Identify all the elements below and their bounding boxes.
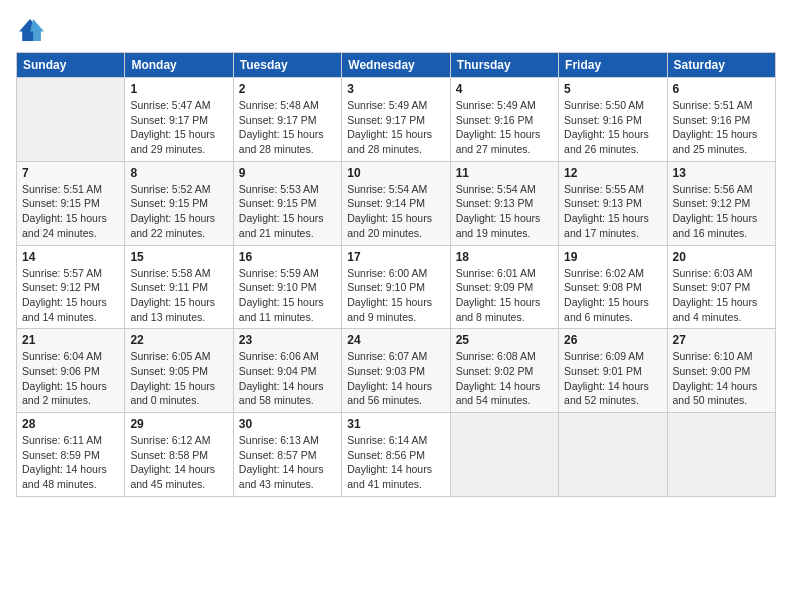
day-info: Sunrise: 5:49 AMSunset: 9:17 PMDaylight:… <box>347 99 432 155</box>
day-info: Sunrise: 5:59 AMSunset: 9:10 PMDaylight:… <box>239 267 324 323</box>
calendar-cell: 31 Sunrise: 6:14 AMSunset: 8:56 PMDaylig… <box>342 413 450 497</box>
header-day: Monday <box>125 53 233 78</box>
calendar-cell <box>450 413 558 497</box>
day-number: 19 <box>564 250 661 264</box>
logo <box>16 16 48 44</box>
calendar-cell: 25 Sunrise: 6:08 AMSunset: 9:02 PMDaylig… <box>450 329 558 413</box>
day-number: 9 <box>239 166 336 180</box>
day-info: Sunrise: 5:47 AMSunset: 9:17 PMDaylight:… <box>130 99 215 155</box>
calendar-week-row: 28 Sunrise: 6:11 AMSunset: 8:59 PMDaylig… <box>17 413 776 497</box>
calendar-cell: 10 Sunrise: 5:54 AMSunset: 9:14 PMDaylig… <box>342 161 450 245</box>
day-info: Sunrise: 6:10 AMSunset: 9:00 PMDaylight:… <box>673 350 758 406</box>
calendar-cell: 17 Sunrise: 6:00 AMSunset: 9:10 PMDaylig… <box>342 245 450 329</box>
calendar-cell: 7 Sunrise: 5:51 AMSunset: 9:15 PMDayligh… <box>17 161 125 245</box>
day-info: Sunrise: 6:14 AMSunset: 8:56 PMDaylight:… <box>347 434 432 490</box>
calendar-table: SundayMondayTuesdayWednesdayThursdayFrid… <box>16 52 776 497</box>
day-info: Sunrise: 6:12 AMSunset: 8:58 PMDaylight:… <box>130 434 215 490</box>
calendar-cell: 21 Sunrise: 6:04 AMSunset: 9:06 PMDaylig… <box>17 329 125 413</box>
calendar-cell: 2 Sunrise: 5:48 AMSunset: 9:17 PMDayligh… <box>233 78 341 162</box>
day-info: Sunrise: 5:51 AMSunset: 9:15 PMDaylight:… <box>22 183 107 239</box>
day-number: 21 <box>22 333 119 347</box>
day-number: 16 <box>239 250 336 264</box>
day-number: 2 <box>239 82 336 96</box>
calendar-cell: 9 Sunrise: 5:53 AMSunset: 9:15 PMDayligh… <box>233 161 341 245</box>
calendar-week-row: 21 Sunrise: 6:04 AMSunset: 9:06 PMDaylig… <box>17 329 776 413</box>
calendar-cell: 1 Sunrise: 5:47 AMSunset: 9:17 PMDayligh… <box>125 78 233 162</box>
day-info: Sunrise: 5:58 AMSunset: 9:11 PMDaylight:… <box>130 267 215 323</box>
day-info: Sunrise: 6:05 AMSunset: 9:05 PMDaylight:… <box>130 350 215 406</box>
header-row: SundayMondayTuesdayWednesdayThursdayFrid… <box>17 53 776 78</box>
calendar-cell: 16 Sunrise: 5:59 AMSunset: 9:10 PMDaylig… <box>233 245 341 329</box>
calendar-cell: 22 Sunrise: 6:05 AMSunset: 9:05 PMDaylig… <box>125 329 233 413</box>
calendar-cell <box>17 78 125 162</box>
calendar-cell: 23 Sunrise: 6:06 AMSunset: 9:04 PMDaylig… <box>233 329 341 413</box>
calendar-cell: 13 Sunrise: 5:56 AMSunset: 9:12 PMDaylig… <box>667 161 775 245</box>
day-info: Sunrise: 5:51 AMSunset: 9:16 PMDaylight:… <box>673 99 758 155</box>
day-info: Sunrise: 6:11 AMSunset: 8:59 PMDaylight:… <box>22 434 107 490</box>
day-info: Sunrise: 5:56 AMSunset: 9:12 PMDaylight:… <box>673 183 758 239</box>
calendar-cell: 4 Sunrise: 5:49 AMSunset: 9:16 PMDayligh… <box>450 78 558 162</box>
day-number: 24 <box>347 333 444 347</box>
day-number: 15 <box>130 250 227 264</box>
day-number: 7 <box>22 166 119 180</box>
day-info: Sunrise: 6:13 AMSunset: 8:57 PMDaylight:… <box>239 434 324 490</box>
page-header <box>16 16 776 44</box>
day-number: 18 <box>456 250 553 264</box>
day-info: Sunrise: 6:06 AMSunset: 9:04 PMDaylight:… <box>239 350 324 406</box>
day-info: Sunrise: 5:50 AMSunset: 9:16 PMDaylight:… <box>564 99 649 155</box>
header-day: Wednesday <box>342 53 450 78</box>
day-info: Sunrise: 6:09 AMSunset: 9:01 PMDaylight:… <box>564 350 649 406</box>
day-number: 12 <box>564 166 661 180</box>
calendar-cell: 11 Sunrise: 5:54 AMSunset: 9:13 PMDaylig… <box>450 161 558 245</box>
day-info: Sunrise: 6:01 AMSunset: 9:09 PMDaylight:… <box>456 267 541 323</box>
calendar-cell: 19 Sunrise: 6:02 AMSunset: 9:08 PMDaylig… <box>559 245 667 329</box>
calendar-cell: 29 Sunrise: 6:12 AMSunset: 8:58 PMDaylig… <box>125 413 233 497</box>
day-number: 27 <box>673 333 770 347</box>
day-info: Sunrise: 5:55 AMSunset: 9:13 PMDaylight:… <box>564 183 649 239</box>
calendar-cell: 18 Sunrise: 6:01 AMSunset: 9:09 PMDaylig… <box>450 245 558 329</box>
day-number: 31 <box>347 417 444 431</box>
day-number: 4 <box>456 82 553 96</box>
day-number: 3 <box>347 82 444 96</box>
logo-icon <box>16 16 44 44</box>
calendar-cell: 12 Sunrise: 5:55 AMSunset: 9:13 PMDaylig… <box>559 161 667 245</box>
day-info: Sunrise: 5:48 AMSunset: 9:17 PMDaylight:… <box>239 99 324 155</box>
day-number: 26 <box>564 333 661 347</box>
header-day: Thursday <box>450 53 558 78</box>
calendar-cell: 28 Sunrise: 6:11 AMSunset: 8:59 PMDaylig… <box>17 413 125 497</box>
header-day: Sunday <box>17 53 125 78</box>
day-number: 1 <box>130 82 227 96</box>
day-info: Sunrise: 6:02 AMSunset: 9:08 PMDaylight:… <box>564 267 649 323</box>
day-info: Sunrise: 6:03 AMSunset: 9:07 PMDaylight:… <box>673 267 758 323</box>
day-info: Sunrise: 6:07 AMSunset: 9:03 PMDaylight:… <box>347 350 432 406</box>
calendar-cell: 26 Sunrise: 6:09 AMSunset: 9:01 PMDaylig… <box>559 329 667 413</box>
day-info: Sunrise: 6:08 AMSunset: 9:02 PMDaylight:… <box>456 350 541 406</box>
day-info: Sunrise: 6:00 AMSunset: 9:10 PMDaylight:… <box>347 267 432 323</box>
calendar-cell: 8 Sunrise: 5:52 AMSunset: 9:15 PMDayligh… <box>125 161 233 245</box>
day-number: 20 <box>673 250 770 264</box>
day-number: 17 <box>347 250 444 264</box>
day-number: 13 <box>673 166 770 180</box>
day-info: Sunrise: 5:53 AMSunset: 9:15 PMDaylight:… <box>239 183 324 239</box>
day-number: 14 <box>22 250 119 264</box>
day-number: 30 <box>239 417 336 431</box>
day-number: 6 <box>673 82 770 96</box>
calendar-week-row: 1 Sunrise: 5:47 AMSunset: 9:17 PMDayligh… <box>17 78 776 162</box>
day-info: Sunrise: 5:54 AMSunset: 9:13 PMDaylight:… <box>456 183 541 239</box>
calendar-cell: 20 Sunrise: 6:03 AMSunset: 9:07 PMDaylig… <box>667 245 775 329</box>
calendar-cell: 30 Sunrise: 6:13 AMSunset: 8:57 PMDaylig… <box>233 413 341 497</box>
day-number: 28 <box>22 417 119 431</box>
calendar-cell: 6 Sunrise: 5:51 AMSunset: 9:16 PMDayligh… <box>667 78 775 162</box>
day-number: 5 <box>564 82 661 96</box>
day-number: 25 <box>456 333 553 347</box>
header-day: Tuesday <box>233 53 341 78</box>
day-info: Sunrise: 5:54 AMSunset: 9:14 PMDaylight:… <box>347 183 432 239</box>
day-info: Sunrise: 5:49 AMSunset: 9:16 PMDaylight:… <box>456 99 541 155</box>
day-number: 11 <box>456 166 553 180</box>
calendar-cell: 5 Sunrise: 5:50 AMSunset: 9:16 PMDayligh… <box>559 78 667 162</box>
calendar-week-row: 7 Sunrise: 5:51 AMSunset: 9:15 PMDayligh… <box>17 161 776 245</box>
day-info: Sunrise: 5:52 AMSunset: 9:15 PMDaylight:… <box>130 183 215 239</box>
calendar-cell: 27 Sunrise: 6:10 AMSunset: 9:00 PMDaylig… <box>667 329 775 413</box>
calendar-cell: 24 Sunrise: 6:07 AMSunset: 9:03 PMDaylig… <box>342 329 450 413</box>
calendar-cell: 14 Sunrise: 5:57 AMSunset: 9:12 PMDaylig… <box>17 245 125 329</box>
